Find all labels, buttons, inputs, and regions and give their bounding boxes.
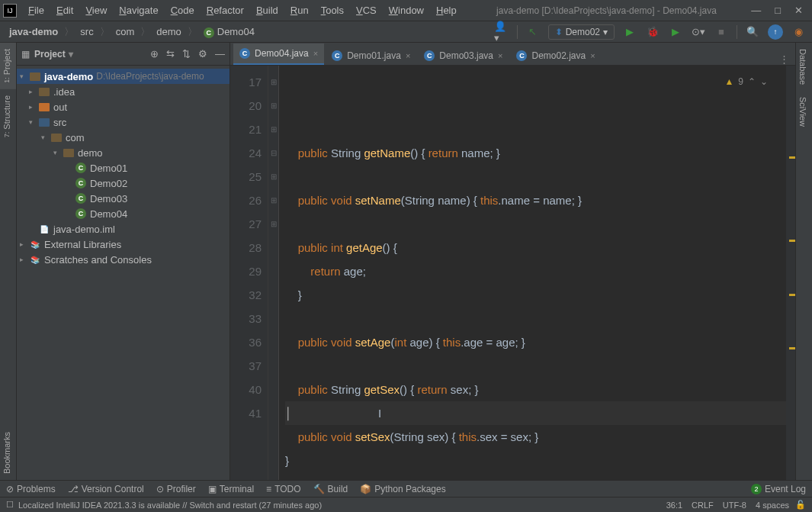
tab-menu-icon[interactable]: ⋮ (773, 53, 795, 65)
close-tab-icon[interactable]: × (590, 51, 595, 60)
menu-tools[interactable]: Tools (316, 2, 349, 18)
breadcrumb-item[interactable]: Demo04 (201, 24, 258, 40)
menu-help[interactable]: Help (431, 2, 462, 18)
main-area: 1: Project7: StructureBookmarks ▦ Projec… (0, 43, 812, 480)
tool-build[interactable]: 🔨Build (313, 484, 348, 494)
target-icon[interactable]: ⊕ (150, 48, 159, 60)
editor-tabs: CDemo04.java×CDemo01.java×CDemo03.java×C… (230, 43, 795, 66)
close-icon[interactable]: ✕ (794, 5, 803, 16)
menu-view[interactable]: View (80, 2, 112, 18)
lock-icon[interactable]: 🔓 (795, 500, 806, 510)
tool-version-control[interactable]: ⎇Version Control (68, 484, 144, 494)
tool-todo[interactable]: ≡TODO (266, 484, 300, 494)
event-log[interactable]: 2Event Log (751, 484, 806, 494)
hide-icon[interactable]: — (215, 48, 225, 60)
chevron-down-icon: ▾ (603, 27, 608, 37)
editor-tab[interactable]: CDemo04.java× (233, 43, 324, 65)
close-tab-icon[interactable]: × (498, 51, 502, 60)
error-stripe[interactable] (786, 66, 795, 480)
tool-terminal[interactable]: ▣Terminal (208, 484, 254, 494)
tool-python-packages[interactable]: 📦Python Packages (360, 484, 445, 494)
status-indicator[interactable]: 36:1 (666, 501, 682, 510)
debug-icon[interactable]: 🐞 (645, 24, 660, 40)
tree-item[interactable]: ▾src (17, 114, 229, 130)
run-config-selector[interactable]: ⬍ Demo02 ▾ (548, 24, 615, 40)
bottom-tool-bar: ⊘Problems⎇Version Control⊙Profiler▣Termi… (0, 480, 812, 497)
status-indicator[interactable]: UTF-8 (723, 501, 746, 510)
code-content[interactable]: ▲ 9 ⌃ ⌄ public String getName() { return… (279, 66, 786, 480)
editor-tab[interactable]: CDemo03.java× (418, 45, 509, 65)
tree-item[interactable]: CDemo01 (17, 160, 229, 175)
sync-icon[interactable]: ↑ (768, 24, 783, 40)
tree-item[interactable]: CDemo04 (17, 206, 229, 221)
run-config-icon: ⬍ (555, 27, 563, 37)
breadcrumb-item[interactable]: demo (153, 24, 185, 39)
editor-tab[interactable]: CDemo02.java× (510, 45, 601, 65)
tree-item[interactable]: CDemo03 (17, 191, 229, 206)
sidebar-title[interactable]: Project ▾ (34, 49, 146, 60)
rail-tab-database[interactable]: Database (796, 43, 810, 91)
tree-item[interactable]: CDemo02 (17, 175, 229, 191)
menu-run[interactable]: Run (285, 2, 314, 18)
status-indicator[interactable]: CRLF (692, 501, 714, 510)
class-icon: C (424, 50, 435, 61)
project-tree: ▾java-demoD:\IdeaProjects\java-demo▸.ide… (17, 66, 229, 480)
menu-build[interactable]: Build (251, 2, 284, 18)
status-indicator[interactable]: 4 spaces (756, 501, 789, 510)
expand-icon[interactable]: ⇆ (166, 48, 175, 60)
coverage-icon[interactable]: ▶ (668, 24, 683, 40)
tree-item[interactable]: ▸out (17, 99, 229, 114)
menu-window[interactable]: Window (384, 2, 429, 18)
status-icon[interactable]: ☐ (6, 500, 14, 510)
tree-external[interactable]: ▸📚External Libraries (17, 237, 229, 252)
tool-problems[interactable]: ⊘Problems (6, 484, 56, 494)
code-editor[interactable]: 172021242526272829323336374041 ⊞⊞⊞⊟⊞⊞⊞ ▲… (230, 66, 795, 480)
left-tool-rail: 1: Project7: StructureBookmarks (0, 43, 17, 480)
chevron-down-icon[interactable]: ⌄ (760, 70, 768, 94)
menu-edit[interactable]: Edit (51, 2, 79, 18)
rail-tab-structure[interactable]: 7: Structure (0, 89, 16, 143)
close-tab-icon[interactable]: × (406, 51, 410, 60)
editor-tab[interactable]: CDemo01.java× (326, 45, 416, 65)
tree-scratches[interactable]: ▸📚Scratches and Consoles (17, 252, 229, 267)
run-icon[interactable]: ▶ (622, 24, 637, 40)
main-menu: FileEditViewNavigateCodeRefactorBuildRun… (23, 2, 462, 18)
stop-icon[interactable]: ■ (714, 24, 729, 40)
search-icon[interactable]: 🔍 (745, 24, 760, 40)
tree-item[interactable]: ▾com (17, 130, 229, 145)
breadcrumb-item[interactable]: src (77, 24, 96, 39)
back-icon[interactable]: ↖ (525, 24, 541, 40)
project-view-icon: ▦ (21, 49, 30, 60)
menu-vcs[interactable]: VCS (351, 2, 382, 18)
menu-navigate[interactable]: Navigate (114, 2, 163, 18)
tree-item[interactable]: ▾demo (17, 145, 229, 160)
maximize-icon[interactable]: □ (775, 5, 781, 16)
profile-icon[interactable]: ⊙▾ (691, 24, 706, 40)
minimize-icon[interactable]: — (751, 5, 761, 16)
add-user-icon[interactable]: 👤▾ (494, 24, 509, 40)
menu-refactor[interactable]: Refactor (201, 2, 249, 18)
tree-item[interactable]: ▸.idea (17, 84, 229, 99)
tool-profiler[interactable]: ⊙Profiler (156, 484, 196, 494)
menu-code[interactable]: Code (165, 2, 200, 18)
menu-file[interactable]: File (23, 2, 50, 18)
status-indicators: 36:1CRLFUTF-84 spaces (666, 501, 789, 510)
breadcrumb-item[interactable]: com (113, 24, 138, 39)
collapse-icon[interactable]: ⇅ (182, 48, 191, 60)
rail-tab-project[interactable]: 1: Project (0, 43, 16, 89)
chevron-up-icon[interactable]: ⌃ (748, 70, 756, 94)
tree-root[interactable]: ▾java-demoD:\IdeaProjects\java-demo (17, 69, 229, 84)
titlebar: IJ FileEditViewNavigateCodeRefactorBuild… (0, 0, 812, 21)
inspection-overlay[interactable]: ▲ 9 ⌃ ⌄ (724, 70, 768, 94)
ide-icon[interactable]: ◉ (791, 24, 806, 40)
tree-item[interactable]: 📄java-demo.iml (17, 221, 229, 237)
gear-icon[interactable]: ⚙ (198, 48, 207, 60)
close-tab-icon[interactable]: × (313, 49, 318, 58)
fold-column[interactable]: ⊞⊞⊞⊟⊞⊞⊞ (268, 66, 279, 480)
rail-tab-sciview[interactable]: SciView (796, 91, 810, 133)
line-gutter: 172021242526272829323336374041 (230, 66, 268, 480)
breadcrumb-item[interactable]: java-demo (6, 24, 61, 39)
status-message: Localized IntelliJ IDEA 2021.3.3 is avai… (18, 501, 666, 510)
rail-tab-bookmarks[interactable]: Bookmarks (0, 426, 16, 480)
run-config-label: Demo02 (566, 27, 600, 37)
